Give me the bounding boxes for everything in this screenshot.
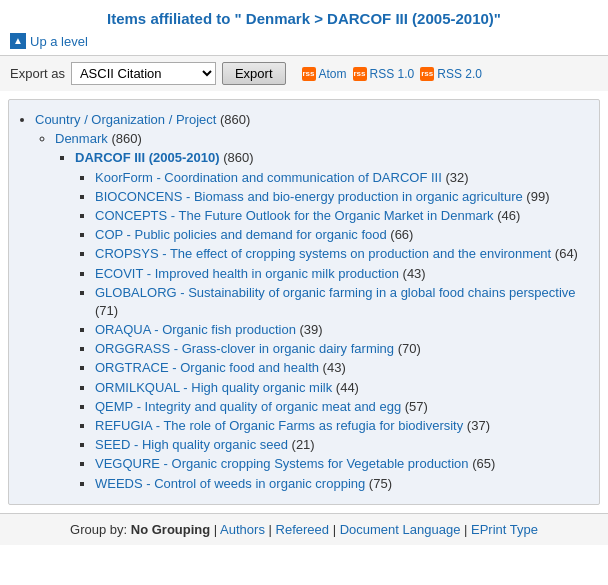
- list-item-count: (44): [332, 380, 359, 395]
- list-item: VEGQURE - Organic cropping Systems for V…: [95, 455, 589, 473]
- list-item-link[interactable]: SEED - High quality organic seed: [95, 437, 288, 452]
- list-item-count: (46): [494, 208, 521, 223]
- export-bar: Export as ASCII Citation BibTeX Dublin C…: [0, 55, 608, 91]
- list-item-link[interactable]: KoorForm - Coordination and communicatio…: [95, 170, 442, 185]
- list-item-count: (57): [401, 399, 428, 414]
- list-item: REFUGIA - The role of Organic Farms as r…: [95, 417, 589, 435]
- list-item: ORAQUA - Organic fish production (39): [95, 321, 589, 339]
- list-item-count: (75): [365, 476, 392, 491]
- level2-item: Denmark (860) DARCOF III (2005-2010) (86…: [55, 130, 589, 493]
- main-content: Country / Organization / Project (860) D…: [8, 99, 600, 505]
- document-language-group-link[interactable]: Document Language: [340, 522, 461, 537]
- eprint-type-group-link[interactable]: EPrint Type: [471, 522, 538, 537]
- list-item-link[interactable]: ECOVIT - Improved health in organic milk…: [95, 266, 399, 281]
- level2-count: (860): [111, 131, 141, 146]
- list-item-count: (21): [288, 437, 315, 452]
- rss1-feed-link[interactable]: rss RSS 1.0: [353, 67, 415, 81]
- items-list: KoorForm - Coordination and communicatio…: [95, 169, 589, 493]
- rss2-icon: rss: [420, 67, 434, 81]
- list-item: ECOVIT - Improved health in organic milk…: [95, 265, 589, 283]
- list-item-link[interactable]: VEGQURE - Organic cropping Systems for V…: [95, 456, 469, 471]
- list-item: COP - Public policies and demand for org…: [95, 226, 589, 244]
- list-item-count: (65): [469, 456, 496, 471]
- list-item-count: (64): [551, 246, 578, 261]
- footer-bar: Group by: No Grouping | Authors | Refere…: [0, 513, 608, 545]
- feed-links: rss Atom rss RSS 1.0 rss RSS 2.0: [302, 67, 482, 81]
- level2-list: Denmark (860) DARCOF III (2005-2010) (86…: [55, 130, 589, 493]
- page-title: Items affiliated to " Denmark > DARCOF I…: [0, 0, 608, 31]
- list-item-link[interactable]: ORMILKQUAL - High quality organic milk: [95, 380, 332, 395]
- list-item: ORMILKQUAL - High quality organic milk (…: [95, 379, 589, 397]
- authors-group-link[interactable]: Authors: [220, 522, 265, 537]
- up-level-icon: ▲: [10, 33, 26, 49]
- list-item-link[interactable]: ORGGRASS - Grass-clover in organic dairy…: [95, 341, 394, 356]
- list-item: WEEDS - Control of weeds in organic crop…: [95, 475, 589, 493]
- list-item-link[interactable]: REFUGIA - The role of Organic Farms as r…: [95, 418, 463, 433]
- list-item-link[interactable]: WEEDS - Control of weeds in organic crop…: [95, 476, 365, 491]
- list-item-count: (43): [319, 360, 346, 375]
- list-item-count: (71): [95, 303, 118, 318]
- list-item-count: (43): [399, 266, 426, 281]
- root-count: (860): [220, 112, 250, 127]
- atom-icon: rss: [302, 67, 316, 81]
- atom-feed-link[interactable]: rss Atom: [302, 67, 347, 81]
- list-item-link[interactable]: COP - Public policies and demand for org…: [95, 227, 387, 242]
- list-item: KoorForm - Coordination and communicatio…: [95, 169, 589, 187]
- list-item: SEED - High quality organic seed (21): [95, 436, 589, 454]
- up-level-link[interactable]: Up a level: [30, 34, 88, 49]
- list-item-link[interactable]: BIOCONCENS - Biomass and bio-energy prod…: [95, 189, 523, 204]
- up-level-section: ▲ Up a level: [0, 31, 608, 55]
- list-item: GLOBALORG - Sustainability of organic fa…: [95, 284, 589, 320]
- list-item-link[interactable]: ORGTRACE - Organic food and health: [95, 360, 319, 375]
- level3-item: DARCOF III (2005-2010) (860) KoorForm - …: [75, 149, 589, 492]
- rss1-icon: rss: [353, 67, 367, 81]
- level2-link[interactable]: Denmark: [55, 131, 108, 146]
- tree-root: Country / Organization / Project (860) D…: [35, 111, 589, 493]
- list-item-count: (70): [394, 341, 421, 356]
- list-item-count: (99): [523, 189, 550, 204]
- export-button[interactable]: Export: [222, 62, 286, 85]
- level3-link[interactable]: DARCOF III (2005-2010): [75, 150, 223, 165]
- list-item-link[interactable]: ORAQUA - Organic fish production: [95, 322, 296, 337]
- refereed-group-link[interactable]: Refereed: [276, 522, 329, 537]
- group-by-label: Group by:: [70, 522, 127, 537]
- list-item-link[interactable]: CROPSYS - The effect of cropping systems…: [95, 246, 551, 261]
- list-item-count: (66): [387, 227, 414, 242]
- export-label: Export as: [10, 66, 65, 81]
- list-item-count: (37): [463, 418, 490, 433]
- list-item: ORGGRASS - Grass-clover in organic dairy…: [95, 340, 589, 358]
- list-item-count: (32): [442, 170, 469, 185]
- list-item: ORGTRACE - Organic food and health (43): [95, 359, 589, 377]
- root-item: Country / Organization / Project (860) D…: [35, 111, 589, 493]
- list-item: CONCEPTS - The Future Outlook for the Or…: [95, 207, 589, 225]
- export-select[interactable]: ASCII Citation BibTeX Dublin Core EP3 XM…: [71, 62, 216, 85]
- list-item: QEMP - Integrity and quality of organic …: [95, 398, 589, 416]
- root-link[interactable]: Country / Organization / Project: [35, 112, 216, 127]
- level3-count: (860): [223, 150, 253, 165]
- current-group: No Grouping: [131, 522, 210, 537]
- list-item-link[interactable]: QEMP - Integrity and quality of organic …: [95, 399, 401, 414]
- list-item: BIOCONCENS - Biomass and bio-energy prod…: [95, 188, 589, 206]
- list-item-count: (39): [296, 322, 323, 337]
- level3-list: DARCOF III (2005-2010) (860) KoorForm - …: [75, 149, 589, 492]
- list-item: CROPSYS - The effect of cropping systems…: [95, 245, 589, 263]
- list-item-link[interactable]: CONCEPTS - The Future Outlook for the Or…: [95, 208, 494, 223]
- rss2-feed-link[interactable]: rss RSS 2.0: [420, 67, 482, 81]
- list-item-link[interactable]: GLOBALORG - Sustainability of organic fa…: [95, 285, 576, 300]
